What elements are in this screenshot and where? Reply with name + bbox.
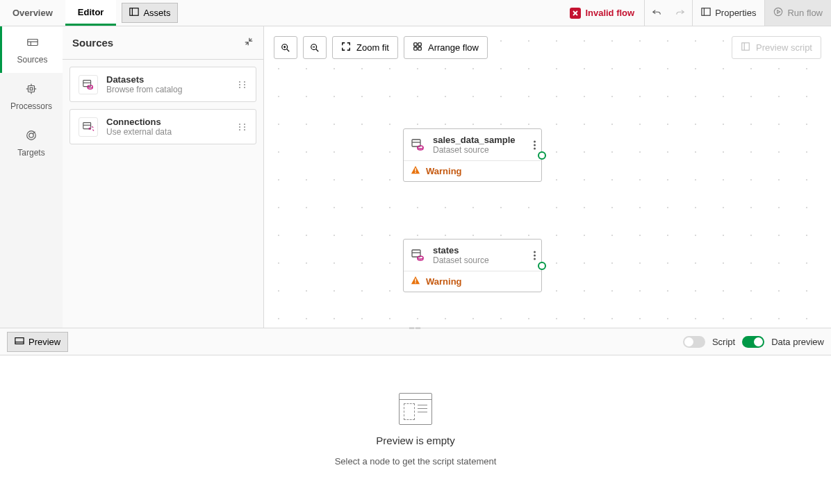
node-warning: Warning [404,271,541,292]
invalid-label: Invalid flow [585,8,634,18]
svg-rect-0 [130,8,138,16]
vtab-sources[interactable]: Sources [0,26,63,73]
main: Sources Processors Targets Sources [0,26,831,328]
svg-rect-44 [415,278,416,281]
drag-handle-icon[interactable] [239,81,247,88]
card-datasets[interactable]: Datasets Browse from catalog [69,67,256,102]
svg-rect-46 [15,337,24,344]
redo-button[interactable] [668,0,692,26]
collapse-icon[interactable] [244,37,254,49]
svg-point-38 [418,146,423,149]
vtab-label: Targets [17,148,44,158]
canvas-toolbar: Zoom fit Arrange flow [274,36,488,59]
dataset-icon [79,75,98,94]
resize-handle[interactable]: ══ [405,324,426,332]
node-warning: Warning [404,160,541,181]
node-output-port[interactable] [538,151,546,160]
panel-body: Datasets Browse from catalog Connections… [63,60,263,151]
svg-rect-45 [415,283,416,283]
arrange-flow-button[interactable]: Arrange flow [404,36,488,59]
node-subtitle: Dataset source [433,255,489,265]
empty-title: Preview is empty [376,435,454,446]
preview-bar: ══ Preview Script Data preview [0,328,831,355]
preview-label: Preview [28,337,60,347]
zoom-fit-label: Zoom fit [356,42,389,53]
zoom-fit-button[interactable]: Zoom fit [332,36,398,59]
empty-subtitle: Select a node to get the script statemen… [335,456,497,467]
preview-script-label: Preview script [756,42,812,53]
vtab-processors[interactable]: Processors [0,73,63,119]
panel-icon [701,7,711,19]
drag-handle-icon[interactable] [239,124,247,131]
node-menu-button[interactable] [534,251,536,260]
node-menu-button[interactable] [534,140,536,149]
card-title: Connections [106,117,231,127]
run-flow-button[interactable]: Run flow [765,0,831,26]
warning-label: Warning [426,276,462,287]
play-icon [773,7,783,19]
svg-rect-39 [415,168,416,171]
panel-icon [129,7,139,19]
svg-point-17 [29,133,33,137]
card-connections[interactable]: Connections Use external data [69,109,256,144]
node-states[interactable]: states Dataset source Warning [403,239,542,292]
dataset-source-icon [411,137,426,153]
run-label: Run flow [787,8,823,18]
vtab-label: Processors [10,101,52,111]
preview-script-button[interactable]: Preview script [732,36,821,59]
warning-icon [411,165,420,177]
panel-icon [15,336,24,348]
svg-rect-33 [418,47,421,50]
targets-icon [25,129,38,144]
svg-rect-40 [415,172,416,173]
vtab-targets[interactable]: Targets [0,119,63,166]
vtab-label: Sources [17,55,47,65]
node-sales-data-sample[interactable]: sales_data_sample Dataset source Warning [403,128,542,182]
node-output-port[interactable] [538,262,546,270]
zoom-in-button[interactable] [274,36,297,59]
svg-rect-30 [414,43,417,46]
error-icon [570,8,581,19]
node-title: states [433,245,489,255]
card-subtitle: Use external data [106,127,231,137]
vertical-tabs: Sources Processors Targets [0,26,63,328]
script-toggle-label: Script [712,337,735,347]
svg-line-28 [316,49,319,51]
tab-overview[interactable]: Overview [0,0,65,26]
card-subtitle: Browse from catalog [106,85,231,94]
data-preview-toggle-label: Data preview [771,337,824,347]
svg-rect-31 [418,43,421,46]
nav-tabs: Overview Editor [0,0,116,26]
card-title: Datasets [106,74,231,85]
svg-point-43 [418,256,423,259]
data-preview-toggle[interactable] [742,336,764,348]
tab-editor[interactable]: Editor [65,0,117,26]
properties-label: Properties [715,8,756,18]
script-toggle[interactable] [683,336,705,348]
undo-button[interactable] [645,0,668,26]
processors-icon [25,83,38,97]
svg-rect-7 [27,40,37,46]
assets-button[interactable]: Assets [122,3,178,23]
warning-label: Warning [426,166,462,176]
topbar: Overview Editor Assets Invalid flow Prop… [0,0,831,26]
flow-canvas[interactable]: Zoom fit Arrange flow Preview script [264,26,831,328]
sources-icon [26,36,39,51]
empty-preview-icon [399,393,432,425]
svg-point-6 [775,8,782,15]
canvas-grid [264,26,831,328]
panel-title: Sources [72,37,113,49]
panel-header: Sources [63,26,263,60]
svg-rect-10 [28,86,35,92]
invalid-flow-status: Invalid flow [570,8,644,19]
properties-button[interactable]: Properties [693,0,764,26]
preview-empty-state: Preview is empty Select a node to get th… [0,355,831,504]
script-icon [741,42,750,53]
node-subtitle: Dataset source [433,145,516,155]
svg-rect-32 [414,47,417,50]
preview-button[interactable]: Preview [7,332,68,352]
svg-line-24 [287,49,290,51]
zoom-out-button[interactable] [303,36,327,59]
grid-icon [413,42,422,53]
svg-rect-11 [30,87,33,90]
